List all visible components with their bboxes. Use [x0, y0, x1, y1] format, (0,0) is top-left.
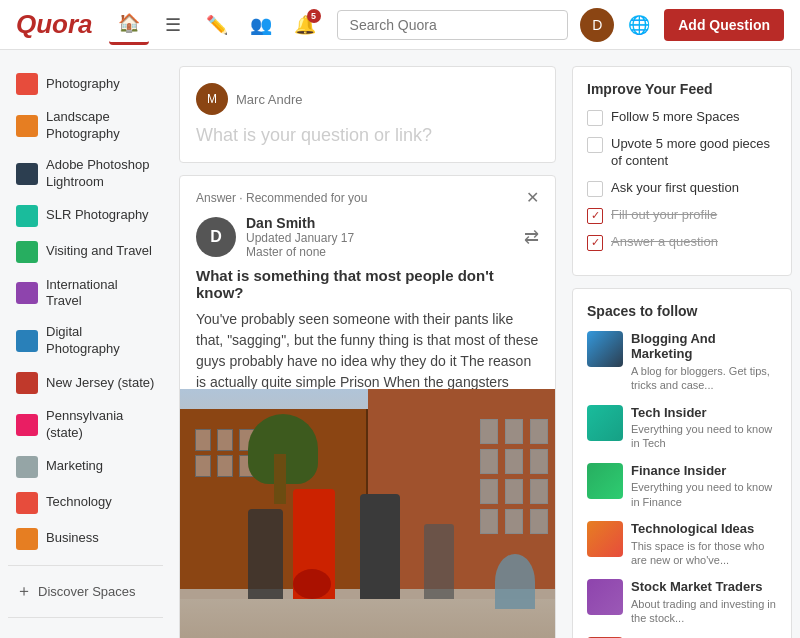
header-right: D 🌐 Add Question — [580, 8, 784, 42]
space-item-4[interactable]: Stock Market Traders About trading and i… — [587, 579, 777, 625]
sidebar-icon-3 — [16, 205, 38, 227]
space-info-1: Tech Insider Everything you need to know… — [631, 405, 777, 451]
sidebar-item-1[interactable]: Landscape Photography — [8, 102, 163, 150]
search-input[interactable] — [337, 10, 569, 40]
sidebar-item-4[interactable]: Visiting and Travel — [8, 234, 163, 270]
sidebar-item-11[interactable]: Business — [8, 521, 163, 557]
sidebar-icon-2 — [16, 163, 38, 185]
sidebar-label-1: Landscape Photography — [46, 109, 155, 143]
author-title: Master of none — [246, 245, 514, 259]
space-icon-0 — [587, 331, 623, 367]
checkbox-1[interactable] — [587, 137, 603, 153]
sidebar-icon-7 — [16, 372, 38, 394]
feed-text-1: Upvote 5 more good pieces of content — [611, 136, 777, 170]
feed-text-0: Follow 5 more Spaces — [611, 109, 740, 126]
sidebar-item-8[interactable]: Pennsylvania (state) — [8, 401, 163, 449]
space-desc-3: This space is for those who are new or w… — [631, 539, 777, 568]
nav-bell[interactable]: 🔔 5 — [285, 5, 325, 45]
nav-people[interactable]: 👥 — [241, 5, 281, 45]
feed-item-4: ✓ Answer a question — [587, 234, 777, 251]
space-info-2: Finance Insider Everything you need to k… — [631, 463, 777, 509]
feed-item-1: Upvote 5 more good pieces of content — [587, 136, 777, 170]
sidebar-icon-6 — [16, 330, 38, 352]
feed-text-2: Ask your first question — [611, 180, 739, 197]
card-header: Answer · Recommended for you ✕ — [180, 176, 555, 215]
discover-spaces-link[interactable]: ＋ Discover Spaces — [8, 574, 163, 609]
sidebar-label-2: Adobe Photoshop Lightroom — [46, 157, 155, 191]
sidebar-divider — [8, 565, 163, 566]
card-tag: Answer · Recommended for you — [196, 191, 367, 205]
answer-body-text: You've probably seen someone with their … — [196, 311, 538, 389]
ask-box: M Marc Andre What is your question or li… — [179, 66, 556, 163]
sidebar-icon-11 — [16, 528, 38, 550]
header: Quora 🏠 ☰ ✏️ 👥 🔔 5 D 🌐 Add Question — [0, 0, 800, 50]
sidebar-label-9: Marketing — [46, 458, 103, 475]
spaces-follow-box: Spaces to follow Blogging And Marketing … — [572, 288, 792, 638]
main-nav: 🏠 ☰ ✏️ 👥 🔔 5 — [109, 5, 325, 45]
space-icon-1 — [587, 405, 623, 441]
sidebar-item-9[interactable]: Marketing — [8, 449, 163, 485]
sidebar-item-2[interactable]: Adobe Photoshop Lightroom — [8, 150, 163, 198]
checkbox-4: ✓ — [587, 235, 603, 251]
ask-placeholder[interactable]: What is your question or link? — [196, 125, 539, 146]
close-card-button[interactable]: ✕ — [526, 188, 539, 207]
sidebar-footer: About · Careers · Terms · Privacy · Acce… — [8, 626, 163, 638]
sidebar-icon-8 — [16, 414, 38, 436]
notification-badge: 5 — [307, 9, 321, 23]
sidebar-item-5[interactable]: International Travel — [8, 270, 163, 318]
checkbox-0[interactable] — [587, 110, 603, 126]
space-item-2[interactable]: Finance Insider Everything you need to k… — [587, 463, 777, 509]
author-meta: Updated January 17 — [246, 231, 514, 245]
space-icon-3 — [587, 521, 623, 557]
space-name-0: Blogging And Marketing — [631, 331, 777, 362]
sidebar-icon-1 — [16, 115, 38, 137]
avatar[interactable]: D — [580, 8, 614, 42]
nav-home[interactable]: 🏠 — [109, 5, 149, 45]
author-avatar: D — [196, 217, 236, 257]
space-icon-4 — [587, 579, 623, 615]
sidebar-label-8: Pennsylvania (state) — [46, 408, 155, 442]
plus-icon: ＋ — [16, 581, 32, 602]
sidebar-label-3: SLR Photography — [46, 207, 149, 224]
language-icon[interactable]: 🌐 — [622, 8, 656, 42]
page-layout: Photography Landscape Photography Adobe … — [0, 50, 800, 638]
right-panel: Improve Your Feed Follow 5 more Spaces U… — [572, 66, 792, 638]
sidebar-item-0[interactable]: Photography — [8, 66, 163, 102]
sidebar-divider-2 — [8, 617, 163, 618]
feed-text-3: Fill out your profile — [611, 207, 717, 224]
space-item-1[interactable]: Tech Insider Everything you need to know… — [587, 405, 777, 451]
answer-card: Answer · Recommended for you ✕ D Dan Smi… — [179, 175, 556, 638]
logo: Quora — [16, 9, 93, 40]
space-item-3[interactable]: Technological Ideas This space is for th… — [587, 521, 777, 567]
main-feed: M Marc Andre What is your question or li… — [179, 66, 556, 638]
space-desc-4: About trading and investing in the stock… — [631, 597, 777, 626]
sidebar: Photography Landscape Photography Adobe … — [8, 66, 163, 638]
nav-edit[interactable]: ✏️ — [197, 5, 237, 45]
feed-item-3: ✓ Fill out your profile — [587, 207, 777, 224]
space-item-0[interactable]: Blogging And Marketing A blog for blogge… — [587, 331, 777, 393]
space-desc-0: A blog for bloggers. Get tips, tricks an… — [631, 364, 777, 393]
sidebar-item-7[interactable]: New Jersey (state) — [8, 365, 163, 401]
sidebar-label-0: Photography — [46, 76, 120, 93]
author-name: Dan Smith — [246, 215, 514, 231]
discover-spaces-label: Discover Spaces — [38, 584, 136, 599]
feed-text-4: Answer a question — [611, 234, 718, 251]
sidebar-label-11: Business — [46, 530, 99, 547]
translate-icon[interactable]: ⇄ — [524, 226, 539, 248]
sidebar-item-3[interactable]: SLR Photography — [8, 198, 163, 234]
sidebar-item-6[interactable]: Digital Photography — [8, 317, 163, 365]
add-question-button[interactable]: Add Question — [664, 9, 784, 41]
ask-box-header: M Marc Andre — [196, 83, 539, 115]
sidebar-label-7: New Jersey (state) — [46, 375, 154, 392]
sidebar-icon-10 — [16, 492, 38, 514]
sidebar-label-10: Technology — [46, 494, 112, 511]
ask-avatar: M — [196, 83, 228, 115]
sidebar-icon-9 — [16, 456, 38, 478]
nav-feed[interactable]: ☰ — [153, 5, 193, 45]
sidebar-item-10[interactable]: Technology — [8, 485, 163, 521]
answer-title: What is something that most people don't… — [180, 267, 555, 309]
checkbox-2[interactable] — [587, 181, 603, 197]
space-name-2: Finance Insider — [631, 463, 777, 479]
feed-item-0: Follow 5 more Spaces — [587, 109, 777, 126]
sidebar-icon-0 — [16, 73, 38, 95]
